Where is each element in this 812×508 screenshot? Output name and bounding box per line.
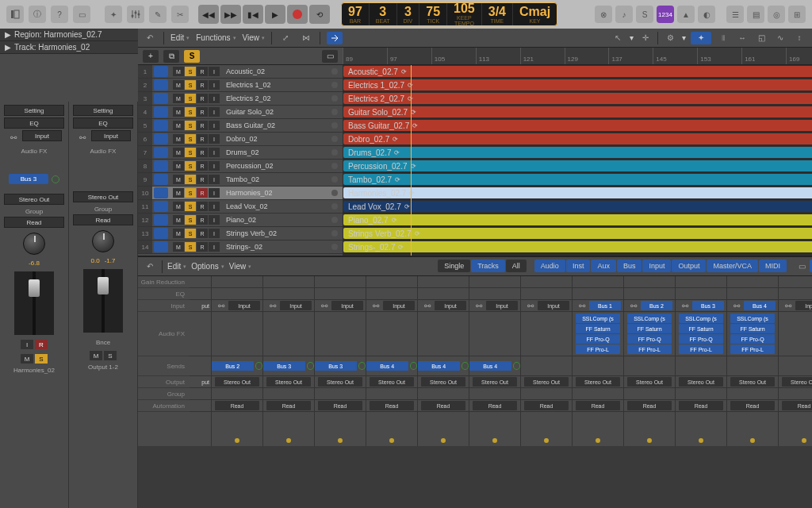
back-icon[interactable]: ↶ <box>143 260 157 274</box>
inspector-icon[interactable]: ⓘ <box>29 6 46 23</box>
fx-slot[interactable]: SSLComp (s <box>679 314 723 323</box>
input-button[interactable]: I <box>209 215 220 225</box>
track-header[interactable]: 4 M S R I Guitar Solo_02 <box>138 106 343 119</box>
link-icon[interactable]: ⚯ <box>730 298 744 313</box>
view-menu[interactable]: View▾ <box>243 33 266 42</box>
input-button[interactable]: I <box>209 161 220 171</box>
automation-slot[interactable]: Read <box>521 400 572 412</box>
flex-icon[interactable]: ⋈ <box>299 31 313 45</box>
fx-slot[interactable]: FF Pro-L <box>730 344 775 354</box>
solo-button[interactable]: S <box>185 148 196 157</box>
mute-button[interactable]: M <box>21 354 33 364</box>
link-icon[interactable]: ⚯ <box>523 298 538 313</box>
automation-slot[interactable]: Read <box>573 400 623 412</box>
setting-button[interactable]: Setting <box>4 105 64 116</box>
tab-single[interactable]: Single <box>438 260 470 272</box>
freeze-icon[interactable] <box>331 68 338 75</box>
solo-button[interactable]: S <box>185 107 196 117</box>
group-slot[interactable] <box>521 388 572 400</box>
link-icon[interactable]: ⚯ <box>472 298 486 313</box>
track-icon[interactable] <box>154 201 168 212</box>
rewind-button[interactable]: ◀◀ <box>198 5 219 24</box>
freeze-icon[interactable] <box>331 95 338 102</box>
automation-slot[interactable]: Read <box>779 400 812 412</box>
freeze-icon[interactable] <box>331 190 338 196</box>
track-header[interactable]: 3 M S R I Electrics 2_02 <box>138 92 343 106</box>
audiofx-slot[interactable]: SSLComp (sFF SaturnFF Pro-QFF Pro-L <box>624 312 675 356</box>
eq-slot[interactable]: EQ <box>73 117 133 129</box>
fx-slot[interactable]: SSLComp (s <box>730 314 775 323</box>
link-icon[interactable]: ⚯ <box>75 130 90 144</box>
solo-button[interactable]: S <box>185 202 196 211</box>
group-slot[interactable] <box>315 388 366 400</box>
input-button[interactable]: I <box>209 121 220 130</box>
send-bus[interactable]: Bus 4 <box>469 361 511 371</box>
mixer-icon[interactable] <box>127 6 144 23</box>
group-slot[interactable] <box>779 388 812 400</box>
track-header[interactable]: 5 M S R I Bass Guitar_02 <box>138 119 343 133</box>
send-bus[interactable]: Bus 3 <box>263 361 305 371</box>
group-slot[interactable] <box>418 388 469 400</box>
audiofx-slot[interactable]: SSLComp (sFF SaturnFF Pro-QFF Pro-L <box>727 312 778 356</box>
track-icon[interactable] <box>154 93 168 104</box>
freeze-icon[interactable] <box>331 122 338 129</box>
list-editors-icon[interactable]: ☰ <box>726 6 744 23</box>
pan-knob[interactable] <box>23 233 45 255</box>
sends-slot[interactable]: Bus 3 <box>315 356 366 376</box>
tuner-icon[interactable]: ♪ <box>615 6 633 23</box>
mute-button[interactable]: M <box>173 67 184 76</box>
playhead[interactable] <box>411 65 412 256</box>
browser-icon[interactable]: ⊞ <box>788 6 806 23</box>
mute-button[interactable]: M <box>173 134 184 144</box>
group-slot[interactable] <box>366 388 417 400</box>
solo-button[interactable]: S <box>185 188 196 198</box>
track-inspector-header[interactable]: ▶Track: Harmonies_02 <box>0 41 138 54</box>
fader[interactable] <box>14 271 54 335</box>
tab-midi[interactable]: MIDI <box>759 260 787 272</box>
solo-button[interactable]: S <box>185 67 196 76</box>
fx-slot[interactable]: FF Pro-L <box>576 344 620 354</box>
freeze-icon[interactable] <box>331 82 338 88</box>
loops-icon[interactable]: ◎ <box>768 6 785 23</box>
mute-button[interactable]: M <box>173 175 184 184</box>
pan-knob[interactable] <box>92 230 114 252</box>
track-header[interactable]: 1 M S R I Acoustic_02 <box>138 65 343 79</box>
track-icon[interactable] <box>154 174 168 185</box>
duplicate-track-button[interactable]: ⧉ <box>163 50 179 63</box>
lcd-display[interactable]: 97BAR 3BEAT 3DIV 75TICK 105KEEPTEMPO 3/4… <box>341 2 557 26</box>
marquee-tool-icon[interactable]: ✛ <box>638 31 653 45</box>
group-slot[interactable] <box>573 388 623 400</box>
region[interactable]: Lead Vox_02.7⟳ <box>343 201 812 212</box>
input-slot[interactable]: Input <box>383 301 415 310</box>
sends-slot[interactable]: Bus 2 <box>212 356 262 376</box>
track-icon[interactable] <box>154 214 168 225</box>
freeze-icon[interactable] <box>331 176 338 183</box>
freeze-icon[interactable] <box>331 149 338 156</box>
send-level-icon[interactable] <box>513 362 521 370</box>
fx-slot[interactable]: FF Saturn <box>576 324 620 333</box>
track-header[interactable]: 12 M S R I Piano_02 <box>138 214 343 227</box>
input-slot[interactable]: Input <box>228 301 260 310</box>
sends-slot[interactable] <box>676 356 726 376</box>
output-slot[interactable]: Stereo Out <box>318 377 362 387</box>
track-icon[interactable] <box>154 160 168 171</box>
tab-master/vca[interactable]: Master/VCA <box>707 260 758 272</box>
tab-aux[interactable]: Aux <box>591 260 616 272</box>
group-slot[interactable] <box>469 388 520 400</box>
link-icon[interactable]: ⚯ <box>420 298 435 313</box>
region[interactable]: Dobro_02.7⟳ <box>343 133 812 144</box>
fx-slot[interactable]: FF Saturn <box>679 324 723 333</box>
notepad-icon[interactable]: ▤ <box>747 6 764 23</box>
solo-button[interactable]: S <box>185 229 196 238</box>
input-button[interactable]: I <box>209 134 220 144</box>
replace-icon[interactable]: ⊗ <box>595 6 612 23</box>
automation-slot[interactable]: Read <box>727 400 778 412</box>
audiofx-slot[interactable]: SSLComp (sFF SaturnFF Pro-QFF Pro-L <box>676 312 726 356</box>
output-slot[interactable]: Stereo Out <box>627 377 672 387</box>
solo-button[interactable]: S <box>185 242 196 252</box>
sends-slot[interactable] <box>624 356 675 376</box>
automation-slot[interactable]: Read <box>315 400 366 412</box>
send-bus[interactable]: Bus 2 <box>212 361 254 371</box>
input-slot[interactable]: Input <box>331 301 363 310</box>
track-header[interactable]: 8 M S R I Percussion_02 <box>138 160 343 173</box>
